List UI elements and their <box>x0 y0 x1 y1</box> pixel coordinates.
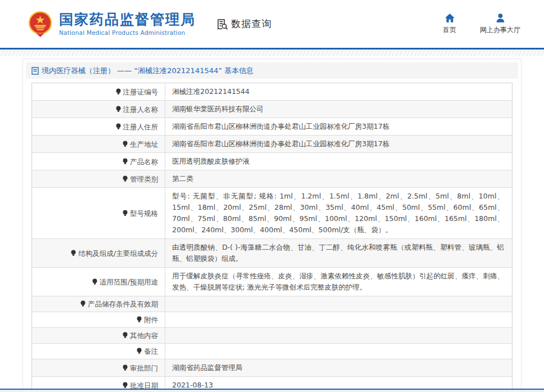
row-value: 湘械注准20212141544 <box>172 86 504 97</box>
logo-title-cn: 国家药品监督管理局 <box>59 12 196 28</box>
bulb-icon <box>136 316 142 323</box>
breadcrumb: 境内医疗器械（注册） —— “湘械注准20212141544” 基本信息 <box>26 62 518 79</box>
logo-text: 国家药品监督管理局 National Medical Products Admi… <box>59 12 196 36</box>
row-value: 湖南银华棠医药科技有限公司 <box>172 103 504 115</box>
table-row: 产品名称 医用透明质酸皮肤修护液 <box>32 153 512 170</box>
decorative-hatch-band <box>0 49 544 56</box>
row-label: 其他内容 <box>130 331 158 340</box>
bulb-icon <box>115 123 122 130</box>
bulb-icon <box>115 88 122 96</box>
bulb-icon <box>115 106 122 113</box>
row-label: 备注 <box>144 346 158 356</box>
info-table-body: 注册证编号 湘械注准20212141544 注册人名称 湖南银华棠医药科技有限公… <box>32 83 512 392</box>
data-query-tab[interactable]: 数据查询 <box>216 17 272 30</box>
nav-home[interactable]: 首页 <box>443 13 456 35</box>
logo-title-en: National Medical Products Administration <box>59 29 196 36</box>
nmpa-logo[interactable]: 国家药品监督管理局 National Medical Products Admi… <box>27 11 196 37</box>
info-table: 注册证编号 湘械注准20212141544 注册人名称 湖南银华棠医药科技有限公… <box>32 83 512 392</box>
row-label: 生产地址 <box>130 139 158 149</box>
table-row: 附件 <box>32 312 512 328</box>
row-label: 附件 <box>144 315 158 325</box>
bulb-icon <box>70 250 77 257</box>
home-icon <box>445 13 455 22</box>
row-value: 用于缓解皮肤炎症（寻常性痤疮、皮炎、湿疹、激素依赖性皮炎、敏感性肌肤）引起的红斑… <box>172 271 504 293</box>
row-value: 第二类 <box>172 173 504 184</box>
user-icon <box>496 13 505 22</box>
bulb-icon <box>136 348 142 355</box>
row-label: 注册人住所 <box>123 122 159 132</box>
nav-home-label: 首页 <box>443 25 456 35</box>
table-row: 备注 <box>32 344 512 359</box>
row-value: 湖南省岳阳市君山区柳林洲街道办事处君山工业园标准化厂房3期17栋 <box>172 138 504 150</box>
nav-service-hall-label: 网上办事大厅 <box>480 25 520 35</box>
data-query-label: 数据查询 <box>231 17 272 30</box>
site-header: 国家药品监督管理局 National Medical Products Admi… <box>0 0 544 49</box>
row-label: 管理类别 <box>130 174 158 184</box>
bulb-icon <box>80 300 86 308</box>
row-label: 结构及组成/主要组成成分 <box>78 249 158 258</box>
bulb-icon <box>122 364 128 372</box>
page-title: 境内医疗器械（注册） —— “湘械注准20212141544” 基本信息 <box>42 66 254 76</box>
table-row: 结构及组成/主要组成成分 由透明质酸钠、D-( )-海藻糖二水合物、甘油、丁二醇… <box>32 239 512 268</box>
content-panel: 境内医疗器械（注册） —— “湘械注准20212141544” 基本信息 注册证… <box>23 58 521 392</box>
table-row: 产品储存条件及有效期 <box>32 296 512 312</box>
bulb-icon <box>122 175 128 183</box>
table-row: 审批部门 湖南省药品监督管理局 <box>32 359 512 377</box>
nav-service-hall[interactable]: 网上办事大厅 <box>480 13 520 35</box>
bulb-icon <box>122 332 128 339</box>
row-value: 型号: 无菌型、非无菌型; 规格: 1ml、1.2ml、1.5ml、1.8ml、… <box>172 191 504 236</box>
bulb-icon <box>122 158 128 165</box>
bulb-icon <box>122 141 128 148</box>
row-label: 产品储存条件及有效期 <box>88 299 158 309</box>
row-value: 湖南省药品监督管理局 <box>172 362 504 373</box>
row-value: 医用透明质酸皮肤修护液 <box>172 156 504 167</box>
row-value: 湖南省岳阳市君山区柳林洲街道办事处君山工业园标准化厂房3期17栋 <box>172 121 504 132</box>
table-row: 注册人住所 湖南省岳阳市君山区柳林洲街道办事处君山工业园标准化厂房3期17栋 <box>32 118 512 136</box>
row-label: 注册证编号 <box>123 87 159 97</box>
table-row: 型号规格 型号: 无菌型、非无菌型; 规格: 1ml、1.2ml、1.5ml、1… <box>32 188 512 239</box>
row-label: 适用范围/预期用途 <box>100 277 158 287</box>
row-label: 审批部门 <box>130 363 158 373</box>
table-row: 注册证编号 湘械注准20212141544 <box>32 83 512 101</box>
row-label: 产品名称 <box>130 157 158 166</box>
bulb-icon <box>122 210 128 217</box>
row-value: 由透明质酸钠、D-( )-海藻糖二水合物、甘油、丁二醇、纯化水和喷雾瓶（或塑料瓶… <box>172 242 504 264</box>
table-row: 适用范围/预期用途 用于缓解皮肤炎症（寻常性痤疮、皮炎、湿疹、激素依赖性皮炎、敏… <box>32 268 512 296</box>
national-emblem-icon <box>27 11 53 37</box>
table-row: 注册人名称 湖南银华棠医药科技有限公司 <box>32 101 512 118</box>
bulb-icon <box>122 382 128 389</box>
table-row: 其他内容 <box>32 328 512 344</box>
document-search-icon <box>216 18 228 30</box>
document-icon <box>32 67 39 75</box>
bulb-icon <box>92 278 98 286</box>
row-label: 注册人名称 <box>123 105 159 114</box>
table-row: 管理类别 第二类 <box>32 170 512 188</box>
footer-bar <box>0 389 544 392</box>
table-row: 生产地址 湖南省岳阳市君山区柳林洲街道办事处君山工业园标准化厂房3期17栋 <box>32 136 512 153</box>
row-label: 型号规格 <box>130 209 158 218</box>
